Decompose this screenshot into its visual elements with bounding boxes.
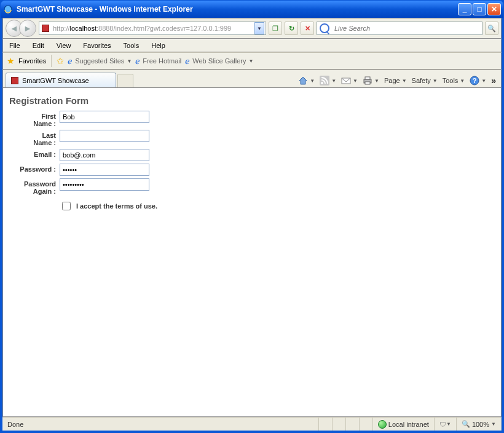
favorites-bar: ★ Favorites ✩ ℯ Suggested Sites ▼ ℯ Free… — [2, 52, 502, 70]
maximize-button[interactable]: □ — [473, 3, 486, 15]
protected-mode-button[interactable]: 🛡 ▼ — [435, 418, 457, 431]
menu-tools[interactable]: Tools — [117, 39, 146, 52]
chevron-down-icon: ▼ — [127, 58, 132, 64]
refresh-button[interactable]: ↻ — [285, 22, 298, 35]
page-menu[interactable]: Page ▼ — [382, 74, 409, 87]
zoom-control[interactable]: 🔍 100% ▼ — [457, 418, 502, 431]
safety-menu[interactable]: Safety ▼ — [409, 74, 440, 87]
password-input[interactable] — [60, 164, 149, 176]
page-content: Registration Form FirstName : LastName :… — [2, 88, 502, 417]
menu-file[interactable]: File — [3, 39, 26, 52]
zoom-icon: 🔍 — [462, 420, 470, 428]
free-hotmail-link[interactable]: ℯ Free Hotmail — [135, 57, 181, 66]
ie-glyph-icon: ℯ — [185, 57, 190, 66]
url-text[interactable]: http://localhost:8888/index.html?gwt.cod… — [53, 25, 254, 32]
help-button[interactable]: ? ▼ — [467, 74, 489, 87]
star-icon: ★ — [7, 56, 15, 66]
svg-point-2 — [321, 82, 323, 84]
rss-icon — [320, 76, 329, 85]
password-again-label: PasswordAgain : — [9, 178, 56, 195]
close-button[interactable]: ✕ — [487, 3, 501, 15]
menu-help[interactable]: Help — [145, 39, 171, 52]
shield-icon: 🛡 — [439, 421, 446, 428]
password-label: Password : — [9, 164, 56, 173]
stop-button[interactable]: ✕ — [301, 22, 314, 35]
tools-menu[interactable]: Tools ▼ — [440, 74, 468, 87]
menu-bar: FileEditViewFavoritesToolsHelp — [2, 39, 502, 52]
svg-text:?: ? — [473, 77, 477, 84]
firstname-input[interactable] — [60, 111, 149, 123]
globe-icon — [378, 420, 387, 429]
minimize-button[interactable]: _ — [458, 3, 471, 15]
printer-icon — [363, 76, 372, 85]
status-text: Done — [2, 418, 319, 431]
status-bar: Done Local intranet 🛡 ▼ 🔍 100% ▼ — [2, 417, 502, 431]
home-icon — [298, 76, 308, 85]
firstname-label: FirstName : — [9, 111, 56, 127]
overflow-button[interactable]: » — [489, 74, 498, 87]
feeds-button[interactable]: ▼ — [317, 74, 339, 87]
email-input[interactable] — [60, 149, 149, 161]
search-input[interactable] — [333, 24, 479, 33]
chevron-down-icon: ▼ — [248, 58, 253, 64]
print-button[interactable]: ▼ — [360, 74, 382, 87]
tab-favicon — [11, 77, 18, 84]
svg-rect-1 — [320, 76, 329, 85]
terms-checkbox[interactable] — [62, 202, 71, 210]
compat-view-button[interactable]: ❐ — [269, 22, 282, 35]
svg-rect-6 — [365, 82, 370, 84]
tab-bar: SmartGWT Showcase ▼ ▼ ▼ ▼ Page ▼ Safety … — [2, 70, 502, 88]
mail-button[interactable]: ▼ — [339, 74, 360, 87]
ie-icon — [3, 4, 13, 14]
menu-favorites[interactable]: Favorites — [77, 39, 117, 52]
form-title: Registration Form — [9, 95, 495, 106]
site-favicon — [41, 23, 50, 33]
svg-rect-5 — [365, 77, 370, 79]
zone-indicator[interactable]: Local intranet — [373, 418, 435, 431]
ie-glyph-icon: ℯ — [68, 57, 73, 66]
terms-label: I accept the terms of use. — [76, 202, 157, 210]
new-tab-button[interactable] — [117, 74, 133, 87]
window-title: SmartGWT Showcase - Windows Internet Exp… — [17, 5, 193, 14]
bing-icon — [320, 23, 329, 33]
home-button[interactable]: ▼ — [296, 74, 317, 87]
tab-active[interactable]: SmartGWT Showcase — [6, 73, 116, 87]
nav-toolbar: ◄ ► http://localhost:8888/index.html?gwt… — [2, 18, 502, 39]
add-favorite-icon[interactable]: ✩ — [57, 56, 64, 66]
lastname-label: LastName : — [9, 130, 56, 146]
web-slice-gallery-link[interactable]: ℯ Web Slice Gallery ▼ — [185, 57, 253, 66]
suggested-sites-link[interactable]: ℯ Suggested Sites ▼ — [68, 57, 132, 66]
titlebar[interactable]: SmartGWT Showcase - Windows Internet Exp… — [1, 1, 503, 18]
email-label: Email : — [9, 149, 56, 158]
search-button[interactable]: 🔍 — [485, 22, 498, 35]
lastname-input[interactable] — [60, 130, 149, 142]
url-dropdown-button[interactable]: ▼ — [254, 22, 264, 34]
ie-glyph-icon: ℯ — [135, 57, 140, 66]
mail-icon — [341, 76, 351, 85]
forward-button[interactable]: ► — [19, 20, 36, 37]
menu-edit[interactable]: Edit — [26, 39, 50, 52]
menu-view[interactable]: View — [50, 39, 77, 52]
favorites-label[interactable]: Favorites — [18, 57, 46, 65]
address-bar[interactable]: http://localhost:8888/index.html?gwt.cod… — [39, 22, 266, 35]
search-box[interactable] — [317, 22, 482, 35]
password-again-input[interactable] — [60, 178, 149, 191]
tab-title: SmartGWT Showcase — [22, 77, 89, 84]
browser-window: SmartGWT Showcase - Windows Internet Exp… — [0, 0, 504, 433]
help-icon: ? — [470, 76, 479, 85]
